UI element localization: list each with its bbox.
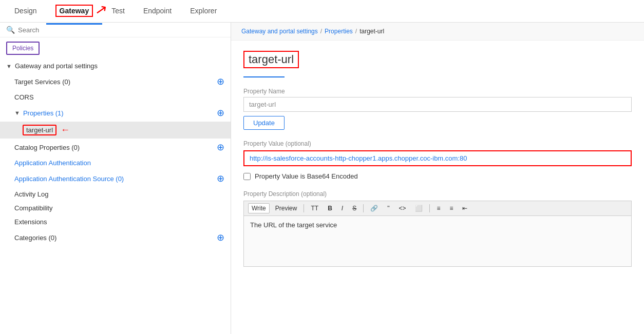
policies-button[interactable]: Policies — [6, 42, 40, 55]
editor-preview-tab[interactable]: Preview — [272, 203, 301, 213]
sidebar-item-compatibility[interactable]: Compatibility — [0, 201, 231, 215]
add-target-services-icon[interactable]: ⊕ — [217, 76, 224, 87]
sidebar-group-properties[interactable]: ▼ Properties (1) ⊕ — [0, 104, 231, 122]
toolbar-tt-button[interactable]: TT — [307, 203, 322, 213]
toolbar-list-ul-button[interactable]: ≡ — [433, 203, 444, 213]
toolbar-indent-button[interactable]: ⇤ — [459, 203, 471, 213]
sidebar-item-app-auth[interactable]: Application Authentication — [0, 156, 231, 170]
editor-toolbar: Write Preview TT B I S 🔗 " <> ⬜ ≡ ≡ ⇤ — [243, 201, 632, 215]
sidebar: 🔍 Policies ▼ Gateway and portal settings… — [0, 23, 231, 334]
update-button[interactable]: Update — [243, 116, 285, 130]
editor-description-text: The URL of the target service — [250, 221, 337, 229]
property-name-label: Property Name — [243, 88, 632, 95]
chevron-down-icon-properties: ▼ — [14, 110, 20, 116]
editor-write-tab[interactable]: Write — [248, 203, 270, 213]
sidebar-group-gateway-portal[interactable]: ▼ Gateway and portal settings — [0, 59, 231, 73]
sidebar-item-target-url[interactable]: target-url ← — [0, 122, 231, 139]
breadcrumb-target-url: target-url — [359, 28, 384, 35]
toolbar-quote-button[interactable]: " — [384, 203, 393, 213]
toolbar-code-button[interactable]: <> — [395, 203, 409, 213]
add-catalog-properties-icon[interactable]: ⊕ — [217, 142, 224, 153]
toolbar-link-button[interactable]: 🔗 — [367, 203, 382, 213]
breadcrumb: Gateway and portal settings / Properties… — [231, 23, 644, 41]
sidebar-item-catalog-properties[interactable]: Catalog Properties (0) ⊕ — [0, 139, 231, 156]
property-name-input[interactable] — [243, 97, 632, 112]
breadcrumb-properties[interactable]: Properties — [325, 28, 353, 35]
sidebar-item-categories[interactable]: Categories (0) ⊕ — [0, 229, 231, 246]
title-underline — [243, 76, 285, 77]
sidebar-item-cors[interactable]: CORS — [0, 90, 231, 104]
editor-label: Property Description (optional) — [243, 190, 632, 198]
toolbar-list-ol-button[interactable]: ≡ — [446, 203, 457, 213]
sidebar-item-activity-log[interactable]: Activity Log — [0, 187, 231, 201]
base64-checkbox-label: Property Value is Base64 Encoded — [255, 172, 358, 180]
sidebar-search-bar[interactable]: 🔍 — [0, 23, 231, 37]
toolbar-strike-button[interactable]: S — [349, 203, 360, 213]
arrow-to-target-url: ← — [61, 125, 70, 135]
base64-checkbox-row: Property Value is Base64 Encoded — [243, 172, 632, 180]
toolbar-italic-button[interactable]: I — [338, 203, 347, 213]
page-title: target-url — [243, 51, 299, 68]
tab-explorer[interactable]: Explorer — [181, 1, 226, 23]
toolbar-image-button[interactable]: ⬜ — [411, 203, 426, 213]
sidebar-item-app-auth-source[interactable]: Application Authentication Source (0) ⊕ — [0, 170, 231, 187]
property-value-label: Property Value (optional) — [243, 140, 632, 147]
base64-checkbox[interactable] — [243, 173, 251, 180]
add-app-auth-source-icon[interactable]: ⊕ — [217, 173, 224, 184]
add-properties-icon[interactable]: ⊕ — [217, 107, 224, 119]
toolbar-separator-2 — [363, 204, 364, 212]
tab-gateway[interactable]: Gateway — [46, 0, 103, 25]
toolbar-separator-1 — [304, 204, 304, 212]
tab-endpoint[interactable]: Endpoint — [134, 1, 181, 23]
add-categories-icon[interactable]: ⊕ — [217, 232, 224, 243]
tab-design[interactable]: Design — [5, 1, 46, 23]
toolbar-separator-3 — [429, 204, 430, 212]
sidebar-gateway-section: ▼ Gateway and portal settings Target Ser… — [0, 59, 231, 246]
editor-body[interactable]: The URL of the target service — [243, 215, 632, 267]
tab-test[interactable]: Test — [102, 1, 134, 23]
search-icon: 🔍 — [6, 26, 15, 34]
breadcrumb-gateway-portal[interactable]: Gateway and portal settings — [241, 28, 318, 35]
sidebar-item-target-services[interactable]: Target Services (0) ⊕ — [0, 73, 231, 90]
chevron-down-icon: ▼ — [6, 63, 12, 69]
toolbar-bold-button[interactable]: B — [324, 203, 336, 213]
search-input[interactable] — [18, 26, 224, 34]
main-content: Gateway and portal settings / Properties… — [231, 23, 644, 334]
sidebar-item-extensions[interactable]: Extensions — [0, 215, 231, 229]
editor-section: Property Description (optional) Write Pr… — [243, 190, 632, 267]
top-navigation: Design Gateway Test Endpoint Explorer ↗ — [0, 0, 644, 23]
property-value-input[interactable] — [243, 150, 632, 166]
